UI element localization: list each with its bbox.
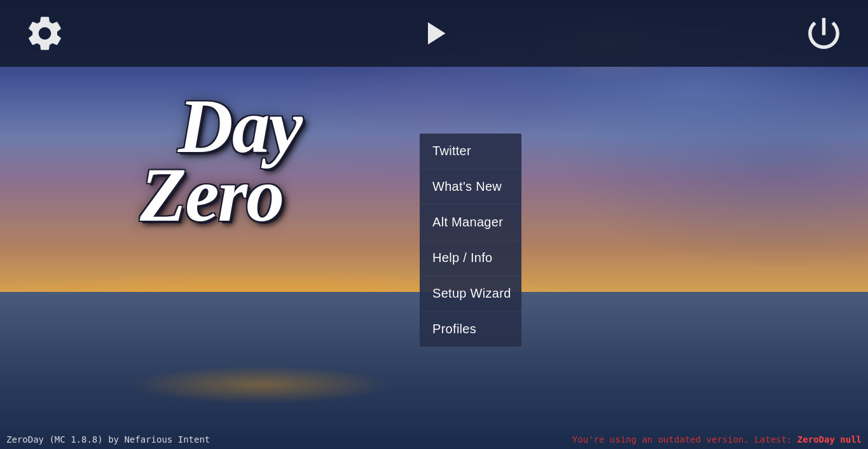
update-warning: You're using an outdated version. Latest… xyxy=(572,434,797,445)
menu-item-whats-new[interactable]: What's New xyxy=(420,169,521,205)
app-logo: Day Zero xyxy=(140,92,301,230)
water-reflection xyxy=(130,366,391,404)
settings-button[interactable] xyxy=(19,8,70,59)
logo-day: Day xyxy=(178,92,301,161)
header-bar xyxy=(0,0,868,67)
version-label: ZeroDay (MC 1.8.8) by Nefarious Intent xyxy=(6,434,210,445)
menu-item-help-info[interactable]: Help / Info xyxy=(420,240,521,276)
menu-item-alt-manager[interactable]: Alt Manager xyxy=(420,205,521,240)
logo-zero: Zero xyxy=(140,161,301,230)
logo-text: Day Zero xyxy=(140,92,301,230)
power-button[interactable] xyxy=(798,8,849,59)
menu-item-profiles[interactable]: Profiles xyxy=(420,312,521,347)
gear-icon xyxy=(24,13,65,54)
menu-item-twitter[interactable]: Twitter xyxy=(420,134,521,169)
dropdown-menu: Twitter What's New Alt Manager Help / In… xyxy=(420,134,521,347)
status-bar: ZeroDay (MC 1.8.8) by Nefarious Intent Y… xyxy=(0,430,868,449)
update-text: You're using an outdated version. Latest… xyxy=(572,434,862,445)
power-icon xyxy=(803,13,844,54)
update-version: ZeroDay null xyxy=(797,434,862,445)
play-triangle-icon xyxy=(415,13,453,54)
play-button[interactable] xyxy=(409,8,460,59)
menu-item-setup-wizard[interactable]: Setup Wizard xyxy=(420,276,521,312)
